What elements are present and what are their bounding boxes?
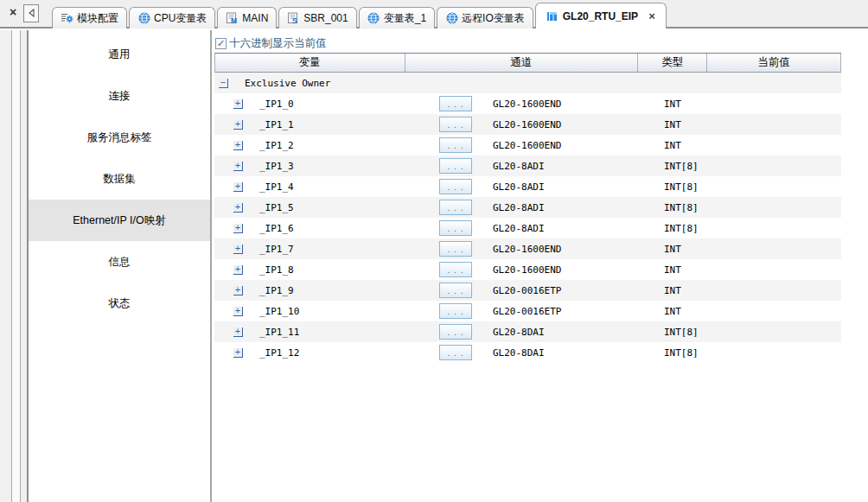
variable-cell: +_IP1_9 xyxy=(214,280,405,301)
type-cell: INT xyxy=(638,301,707,321)
table-row-_IP1_6[interactable]: +_IP1_6. . .GL20-8ADIINT[8] xyxy=(214,218,841,238)
channel-browse-button[interactable]: . . . xyxy=(439,96,472,111)
sidebar-item-状态[interactable]: 状态 xyxy=(29,283,210,324)
table-row-_IP1_10[interactable]: +_IP1_10. . .GL20-0016ETPINT xyxy=(214,301,841,321)
tab-label: MAIN xyxy=(242,12,268,24)
channel-browse-button[interactable]: . . . xyxy=(439,262,472,277)
sidebar-item-Ethernet/IP I/O映射[interactable]: Ethernet/IP I/O映射 xyxy=(29,200,210,241)
channel-browse-button[interactable]: . . . xyxy=(439,345,472,360)
channel-browse-button[interactable]: . . . xyxy=(439,324,472,340)
sidebar-item-连接[interactable]: 连接 xyxy=(29,75,210,117)
expand-icon[interactable]: + xyxy=(233,245,243,254)
channel-browse-button[interactable]: . . . xyxy=(439,303,472,319)
tab-MAIN[interactable]: MMAIN xyxy=(217,7,277,29)
channel-cell: . . .GL20-8ADI xyxy=(405,176,638,197)
type-value: INT[8] xyxy=(664,161,699,172)
tab-变量表_1[interactable]: 变量表_1 xyxy=(359,7,435,29)
sidebar-item-信息[interactable]: 信息 xyxy=(29,241,210,283)
hex-display-checkbox-row[interactable]: ✓ 十六进制显示当前值 xyxy=(215,36,327,51)
collapse-icon[interactable]: − xyxy=(219,79,228,88)
variable-cell: +_IP1_6 xyxy=(214,218,405,238)
sidebar-item-服务消息标签[interactable]: 服务消息标签 xyxy=(29,117,210,158)
checkbox-checked-icon[interactable]: ✓ xyxy=(215,38,227,49)
type-value: INT xyxy=(664,140,681,151)
current-value-cell xyxy=(707,156,841,176)
tab-label: 模块配置 xyxy=(77,11,118,26)
table-row-_IP1_4[interactable]: +_IP1_4. . .GL20-8ADIINT[8] xyxy=(214,176,841,197)
channel-name: GL20-8DAI xyxy=(493,347,545,359)
globe-icon xyxy=(137,12,150,24)
type-cell: INT xyxy=(638,280,707,301)
expand-icon[interactable]: + xyxy=(233,307,243,316)
table-row-_IP1_8[interactable]: +_IP1_8. . .GL20-1600ENDINT xyxy=(214,259,841,280)
channel-browse-button[interactable]: . . . xyxy=(439,220,472,236)
expand-icon[interactable]: + xyxy=(233,348,243,358)
column-header-label: 当前值 xyxy=(757,55,790,70)
channel-cell: . . .GL20-8DAI xyxy=(405,342,638,363)
variable-cell: +_IP1_10 xyxy=(214,301,405,321)
expand-icon[interactable]: + xyxy=(233,286,243,295)
channel-browse-button[interactable]: . . . xyxy=(439,241,472,257)
current-value-cell xyxy=(707,280,841,301)
column-header-通道[interactable]: 通道 xyxy=(405,54,639,72)
column-header-变量[interactable]: 变量 xyxy=(215,54,405,72)
expand-icon[interactable]: + xyxy=(233,99,243,109)
channel-browse-button[interactable]: . . . xyxy=(439,179,472,194)
table-row-_IP1_2[interactable]: +_IP1_2. . .GL20-1600ENDINT xyxy=(214,135,841,156)
table-row-_IP1_0[interactable]: +_IP1_0. . .GL20-1600ENDINT xyxy=(214,93,841,114)
variable-cell: +_IP1_1 xyxy=(214,114,405,135)
expand-icon[interactable]: + xyxy=(233,162,243,171)
channel-browse-button[interactable]: . . . xyxy=(439,200,472,215)
device-rack-icon xyxy=(546,10,559,22)
variable-name: _IP1_4 xyxy=(259,181,294,193)
tab-远程IO变量表[interactable]: 远程IO变量表 xyxy=(437,7,533,29)
type-cell: INT xyxy=(638,259,707,280)
channel-name: GL20-0016ETP xyxy=(493,285,561,296)
channel-name: GL20-1600END xyxy=(493,264,561,276)
column-header-类型[interactable]: 类型 xyxy=(638,54,707,72)
table-row-_IP1_1[interactable]: +_IP1_1. . .GL20-1600ENDINT xyxy=(214,114,841,135)
expand-icon[interactable]: + xyxy=(233,265,243,275)
channel-browse-button[interactable]: . . . xyxy=(439,283,472,298)
channel-browse-button[interactable]: . . . xyxy=(439,137,472,153)
channel-browse-button[interactable]: . . . xyxy=(439,117,472,132)
table-row-_IP1_7[interactable]: +_IP1_7. . .GL20-1600ENDINT xyxy=(214,238,841,259)
type-value: INT xyxy=(664,98,681,110)
variable-name: _IP1_9 xyxy=(259,285,294,296)
tab-GL20_RTU_EIP[interactable]: GL20_RTU_EIP× xyxy=(535,3,667,29)
table-row-_IP1_9[interactable]: +_IP1_9. . .GL20-0016ETPINT xyxy=(214,280,841,301)
variable-name: _IP1_1 xyxy=(259,119,294,130)
channel-cell: . . .GL20-8ADI xyxy=(405,197,638,218)
table-row-_IP1_11[interactable]: +_IP1_11. . .GL20-8DAIINT[8] xyxy=(214,321,841,342)
sidebar-item-label: Ethernet/IP I/O映射 xyxy=(73,213,165,228)
sidebar-item-通用[interactable]: 通用 xyxy=(29,34,210,75)
panel-close-icon[interactable]: × xyxy=(7,5,19,19)
channel-cell: . . .GL20-8DAI xyxy=(405,321,638,342)
table-row-_IP1_12[interactable]: +_IP1_12. . .GL20-8DAIINT[8] xyxy=(214,342,841,363)
expand-icon[interactable]: + xyxy=(233,224,243,233)
tab-CPU变量表[interactable]: CPU变量表 xyxy=(129,7,215,29)
expand-icon[interactable]: + xyxy=(233,327,243,337)
vertical-scrollbar[interactable] xyxy=(11,30,21,502)
expand-icon[interactable]: + xyxy=(233,182,243,192)
group-row-exclusive-owner[interactable]: −Exclusive Owner xyxy=(214,73,841,93)
sidebar-item-数据集[interactable]: 数据集 xyxy=(29,158,210,200)
current-value-cell xyxy=(707,342,841,363)
expand-icon[interactable]: + xyxy=(233,141,243,150)
program-main-icon: M xyxy=(226,12,239,24)
tab-SBR_001[interactable]: SSBR_001 xyxy=(278,7,356,29)
type-value: INT xyxy=(664,306,681,317)
current-value-cell xyxy=(707,259,841,280)
tab-close-icon[interactable]: × xyxy=(648,11,655,22)
expand-icon[interactable]: + xyxy=(233,120,243,130)
table-row-_IP1_5[interactable]: +_IP1_5. . .GL20-8ADIINT[8] xyxy=(214,197,841,218)
type-value: INT[8] xyxy=(664,347,699,359)
channel-browse-button[interactable]: . . . xyxy=(439,158,472,174)
tab-模块配置[interactable]: 模块配置 xyxy=(52,7,127,29)
tab-label: 远程IO变量表 xyxy=(462,11,525,26)
tab-scroll-left-button[interactable] xyxy=(23,4,39,22)
channel-name: GL20-8ADI xyxy=(493,202,545,213)
column-header-当前值[interactable]: 当前值 xyxy=(707,54,841,72)
expand-icon[interactable]: + xyxy=(233,203,243,213)
table-row-_IP1_3[interactable]: +_IP1_3. . .GL20-8ADIINT[8] xyxy=(214,156,841,176)
